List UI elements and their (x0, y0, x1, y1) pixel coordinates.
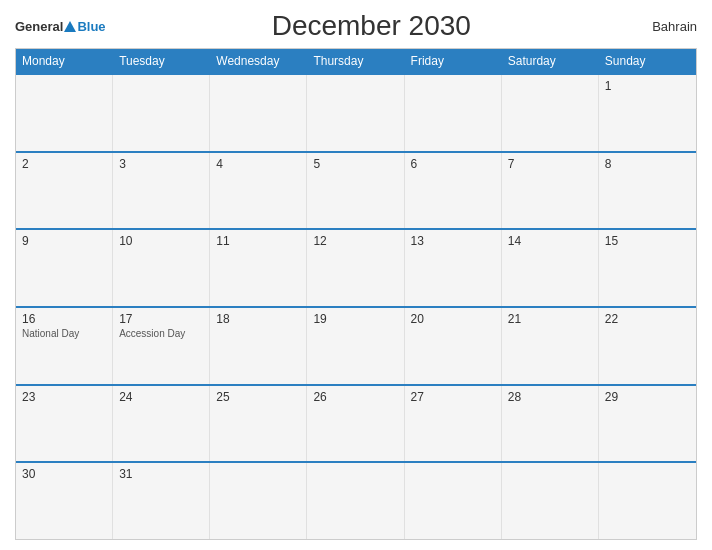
calendar-cell-r4-c5: 28 (502, 386, 599, 462)
calendar-cell-r5-c4 (405, 463, 502, 539)
calendar-row-3: 16National Day17Accession Day1819202122 (16, 306, 696, 384)
day-number: 10 (119, 234, 203, 248)
day-number: 24 (119, 390, 203, 404)
calendar-cell-r2-c4: 13 (405, 230, 502, 306)
day-number: 17 (119, 312, 203, 326)
logo-triangle-icon (64, 21, 76, 32)
calendar: Monday Tuesday Wednesday Thursday Friday… (15, 48, 697, 540)
calendar-cell-r0-c2 (210, 75, 307, 151)
day-number: 22 (605, 312, 690, 326)
calendar-cell-r4-c3: 26 (307, 386, 404, 462)
calendar-cell-r3-c6: 22 (599, 308, 696, 384)
calendar-body: 12345678910111213141516National Day17Acc… (16, 73, 696, 539)
header-tuesday: Tuesday (113, 49, 210, 73)
calendar-cell-r1-c3: 5 (307, 153, 404, 229)
calendar-cell-r1-c6: 8 (599, 153, 696, 229)
calendar-cell-r2-c1: 10 (113, 230, 210, 306)
calendar-cell-r3-c5: 21 (502, 308, 599, 384)
calendar-cell-r0-c4 (405, 75, 502, 151)
calendar-cell-r3-c2: 18 (210, 308, 307, 384)
calendar-cell-r5-c3 (307, 463, 404, 539)
day-number: 21 (508, 312, 592, 326)
day-number: 3 (119, 157, 203, 171)
day-number: 5 (313, 157, 397, 171)
day-number: 4 (216, 157, 300, 171)
calendar-cell-r3-c1: 17Accession Day (113, 308, 210, 384)
calendar-cell-r5-c6 (599, 463, 696, 539)
day-number: 30 (22, 467, 106, 481)
calendar-row-2: 9101112131415 (16, 228, 696, 306)
calendar-cell-r4-c4: 27 (405, 386, 502, 462)
calendar-cell-r2-c6: 15 (599, 230, 696, 306)
calendar-cell-r3-c4: 20 (405, 308, 502, 384)
calendar-cell-r1-c4: 6 (405, 153, 502, 229)
day-number: 31 (119, 467, 203, 481)
calendar-cell-r3-c0: 16National Day (16, 308, 113, 384)
day-number: 26 (313, 390, 397, 404)
calendar-cell-r3-c3: 19 (307, 308, 404, 384)
calendar-cell-r1-c5: 7 (502, 153, 599, 229)
calendar-cell-r2-c5: 14 (502, 230, 599, 306)
calendar-row-1: 2345678 (16, 151, 696, 229)
header-monday: Monday (16, 49, 113, 73)
logo: General Blue (15, 19, 106, 34)
day-number: 20 (411, 312, 495, 326)
calendar-cell-r5-c5 (502, 463, 599, 539)
calendar-row-0: 1 (16, 73, 696, 151)
event-label: National Day (22, 328, 106, 339)
calendar-cell-r0-c1 (113, 75, 210, 151)
day-number: 23 (22, 390, 106, 404)
header-sunday: Sunday (599, 49, 696, 73)
calendar-cell-r4-c1: 24 (113, 386, 210, 462)
calendar-cell-r1-c2: 4 (210, 153, 307, 229)
calendar-cell-r5-c0: 30 (16, 463, 113, 539)
day-number: 8 (605, 157, 690, 171)
header-thursday: Thursday (307, 49, 404, 73)
calendar-cell-r0-c3 (307, 75, 404, 151)
day-number: 7 (508, 157, 592, 171)
day-number: 27 (411, 390, 495, 404)
header-friday: Friday (405, 49, 502, 73)
page: General Blue December 2030 Bahrain Monda… (0, 0, 712, 550)
header: General Blue December 2030 Bahrain (15, 10, 697, 42)
logo-blue-text: Blue (77, 19, 105, 34)
day-number: 9 (22, 234, 106, 248)
calendar-cell-r0-c6: 1 (599, 75, 696, 151)
day-number: 28 (508, 390, 592, 404)
calendar-cell-r1-c1: 3 (113, 153, 210, 229)
calendar-title: December 2030 (106, 10, 637, 42)
calendar-cell-r0-c0 (16, 75, 113, 151)
day-number: 19 (313, 312, 397, 326)
calendar-cell-r2-c0: 9 (16, 230, 113, 306)
country-label: Bahrain (637, 19, 697, 34)
calendar-cell-r4-c2: 25 (210, 386, 307, 462)
day-number: 29 (605, 390, 690, 404)
event-label: Accession Day (119, 328, 203, 339)
calendar-cell-r4-c0: 23 (16, 386, 113, 462)
day-number: 16 (22, 312, 106, 326)
calendar-cell-r5-c1: 31 (113, 463, 210, 539)
calendar-row-5: 3031 (16, 461, 696, 539)
calendar-cell-r0-c5 (502, 75, 599, 151)
calendar-cell-r1-c0: 2 (16, 153, 113, 229)
day-number: 1 (605, 79, 690, 93)
day-number: 11 (216, 234, 300, 248)
day-number: 18 (216, 312, 300, 326)
calendar-row-4: 23242526272829 (16, 384, 696, 462)
header-wednesday: Wednesday (210, 49, 307, 73)
calendar-header: Monday Tuesday Wednesday Thursday Friday… (16, 49, 696, 73)
calendar-cell-r5-c2 (210, 463, 307, 539)
header-saturday: Saturday (502, 49, 599, 73)
day-number: 6 (411, 157, 495, 171)
day-number: 25 (216, 390, 300, 404)
day-number: 2 (22, 157, 106, 171)
day-number: 12 (313, 234, 397, 248)
logo-general-text: General (15, 19, 63, 34)
calendar-cell-r2-c2: 11 (210, 230, 307, 306)
calendar-cell-r4-c6: 29 (599, 386, 696, 462)
day-number: 13 (411, 234, 495, 248)
day-number: 15 (605, 234, 690, 248)
day-number: 14 (508, 234, 592, 248)
calendar-cell-r2-c3: 12 (307, 230, 404, 306)
